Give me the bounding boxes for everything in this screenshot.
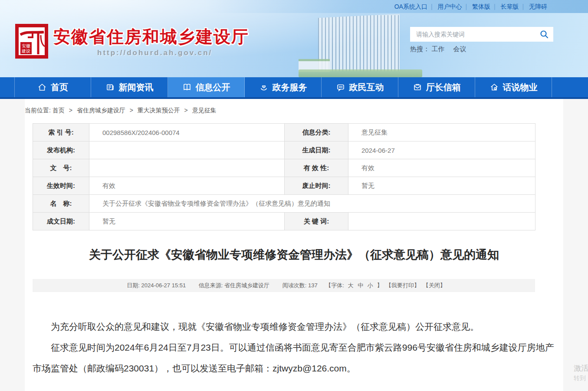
nav-item-director-mailbox[interactable]: 厅长信箱 [398, 77, 475, 97]
building-tower [318, 14, 400, 71]
font-size-large-button[interactable]: 大 [348, 282, 354, 289]
nav-item-services[interactable]: 政务服务 [245, 77, 322, 97]
building-trees [299, 69, 422, 77]
field-value-doc-number [89, 159, 285, 177]
chat-bubble-icon [336, 82, 345, 92]
article-meta-bar: 日期: 2024-06-27 15:51 信息来源: 省住房城乡建设厅 阅读次数… [33, 279, 535, 292]
table-row: 文 号: 有 效 性: 有效 [33, 159, 535, 177]
font-size-small-button[interactable]: 小 [368, 282, 373, 289]
font-size-label-end: 】 [377, 282, 382, 289]
field-label-written-date: 成文日期: [33, 213, 89, 230]
topbar-link-user-center[interactable]: 用户中心 [437, 3, 462, 10]
site-title[interactable]: 安徽省住房和城乡建设厅 [53, 25, 249, 49]
field-value-repeal-time: 暂无 [348, 177, 535, 195]
hot-search-label: 热搜： [410, 45, 430, 53]
nav-label: 话说物业 [503, 82, 538, 93]
nav-label: 首页 [51, 82, 68, 93]
article-title: 关于公开征求《安徽省物业专项维修资金管理办法》（征求意见稿）意见的通知 [25, 247, 563, 263]
watermark-line-1: 激活 [574, 363, 588, 374]
field-label-doc-number: 文 号: [33, 159, 89, 177]
field-value-name: 关于公开征求《安徽省物业专项维修资金管理办法》（征求意见稿）意见的通知 [89, 195, 535, 213]
newspaper-icon [105, 82, 115, 92]
nav-label: 信息公开 [196, 82, 230, 93]
field-value-index-number: 00298586X/202406-00074 [89, 124, 285, 141]
font-size-label: 【字体: [325, 282, 344, 289]
site-header: OA系统入口| 用户中心| 繁体版| 长辈版| 无障碍 安徽 建设 安徽省住房和… [0, 0, 588, 77]
field-label-index-number: 索 引 号: [33, 124, 89, 141]
field-label-repeal-time: 废止时间: [285, 177, 348, 195]
breadcrumb-item-opinion-solicitation[interactable]: 意见征集 [192, 107, 217, 114]
topbar-link-traditional[interactable]: 繁体版 [472, 3, 490, 10]
field-label-generated-date: 生成日期: [285, 141, 348, 159]
agency-seal-logo[interactable]: 安徽 建设 [15, 24, 48, 59]
topbar-separator: | [431, 3, 433, 10]
font-size-medium-button[interactable]: 中 [358, 282, 363, 289]
breadcrumb-item-home[interactable]: 首页 [53, 107, 65, 114]
breadcrumb-item-department[interactable]: 省住房城乡建设厅 [77, 107, 125, 114]
building-illustration [299, 10, 422, 77]
mail-icon [413, 82, 422, 92]
open-book-icon [182, 82, 192, 92]
search-icon [539, 30, 549, 39]
watermark-line-2: 转到 [574, 374, 588, 382]
topbar-separator: | [522, 3, 524, 10]
article-body: 为充分听取公众的意见和建议，现就《安徽省物业专项维修资金管理办法》（征求意见稿）… [33, 316, 555, 379]
article-paragraph: 为充分听取公众的意见和建议，现就《安徽省物业专项维修资金管理办法》（征求意见稿）… [33, 316, 555, 337]
article-source: 信息来源: 省住房城乡建设厅 [199, 282, 269, 289]
breadcrumb-separator: > [69, 107, 72, 114]
field-label-keywords: 关 键 词: [285, 213, 348, 230]
breadcrumb: 当前位置: 首页 > 省住房城乡建设厅 > 重大决策预公开 > 意见征集 [25, 99, 563, 115]
field-value-generated-date: 2024-06-27 [348, 141, 535, 159]
breadcrumb-separator: > [184, 107, 188, 114]
field-label-info-category: 信息分类: [285, 124, 348, 141]
article-view-count: 阅读次数: 137 [283, 282, 318, 289]
field-label-effective-time: 生效时间: [33, 177, 89, 195]
hot-search: 热搜： 工作 会议 [410, 45, 473, 53]
seal-text-1: 安徽 [22, 43, 30, 48]
seal-text-2: 建设 [21, 49, 30, 53]
topbar-link-accessibility[interactable]: 无障碍 [529, 3, 547, 10]
house-gear-icon [489, 82, 499, 92]
field-label-validity: 有 效 性: [285, 159, 348, 177]
search-bar [410, 27, 553, 42]
field-value-issuing-agency [89, 141, 285, 159]
field-value-written-date: 暂无 [89, 213, 285, 230]
table-row: 生效时间: 有效 废止时间: 暂无 [33, 177, 535, 195]
field-value-info-category: 意见征集 [348, 124, 535, 141]
activation-watermark-fragment: 激活 转到 [574, 363, 588, 382]
hands-heart-icon [259, 82, 269, 92]
field-label-name: 名 称: [33, 195, 89, 213]
breadcrumb-separator: > [130, 107, 133, 114]
topbar-link-elder[interactable]: 长辈版 [500, 3, 519, 10]
article-paragraph: 征求意见时间为2024年6月24日至7月23日。可以通过信函将书面意见寄至合肥市… [33, 337, 555, 379]
print-button[interactable]: 【我要打印】 [386, 282, 420, 289]
top-utility-bar: OA系统入口| 用户中心| 繁体版| 长辈版| 无障碍 [0, 0, 588, 13]
nav-label: 政务服务 [273, 82, 307, 93]
nav-item-info-disclosure[interactable]: 信息公开 [168, 77, 245, 97]
close-button[interactable]: 【关闭】 [423, 282, 446, 289]
home-icon [37, 82, 47, 92]
field-value-keywords [348, 213, 535, 230]
breadcrumb-label: 当前位置: [25, 107, 51, 114]
nav-item-interaction[interactable]: 政民互动 [322, 77, 398, 97]
article-date: 日期: 2024-06-27 15:51 [127, 282, 186, 289]
nav-label: 新闻资讯 [119, 82, 154, 93]
field-label-issuing-agency: 发布机构: [33, 141, 89, 159]
table-row: 成文日期: 暂无 关 键 词: [33, 213, 535, 230]
field-value-validity: 有效 [348, 159, 535, 177]
field-value-effective-time: 有效 [89, 177, 285, 195]
search-input[interactable] [410, 27, 535, 42]
search-button[interactable] [535, 27, 553, 42]
breadcrumb-item-major-decisions[interactable]: 重大决策预公开 [138, 107, 180, 114]
nav-item-home[interactable]: 首页 [14, 77, 91, 97]
nav-item-news[interactable]: 新闻资讯 [91, 77, 168, 97]
main-nav: 首页 新闻资讯 信息公开 政务服务 政民互动 [0, 77, 588, 99]
topbar-link-oa[interactable]: OA系统入口 [394, 3, 427, 10]
table-row: 发布机构: 生成日期: 2024-06-27 [33, 141, 535, 159]
nav-item-property-talk[interactable]: 话说物业 [475, 77, 552, 97]
nav-label: 政民互动 [349, 82, 384, 93]
table-row: 索 引 号: 00298586X/202406-00074 信息分类: 意见征集 [33, 124, 535, 141]
hot-search-link-meeting[interactable]: 会议 [453, 45, 466, 53]
hot-search-link-work[interactable]: 工作 [431, 45, 444, 53]
topbar-separator: | [494, 3, 496, 10]
